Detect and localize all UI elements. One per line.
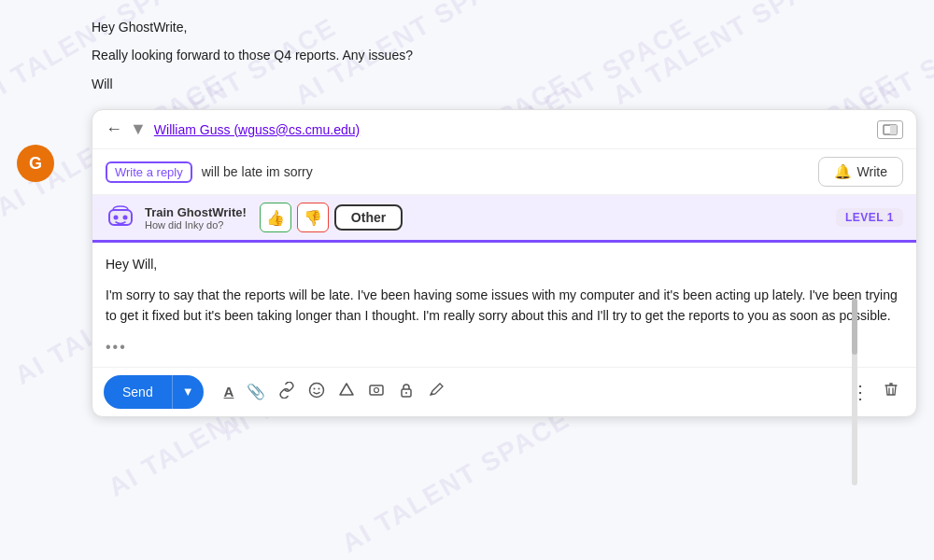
compose-body-row: Write a reply will be late im sorry 🔔 Wr… <box>92 149 916 195</box>
link-icon <box>278 382 295 402</box>
lock-button[interactable] <box>392 376 420 408</box>
photo-button[interactable] <box>362 376 390 408</box>
write-button[interactable]: 🔔 Write <box>818 157 903 187</box>
back-button[interactable]: ← <box>106 119 122 139</box>
attach-button[interactable]: 📎 <box>241 377 271 406</box>
email-thread: Hey GhostWrite, Really looking forward t… <box>0 0 934 417</box>
to-address: William Guss (wguss@cs.cmu.edu) <box>154 122 870 137</box>
svg-rect-1 <box>890 125 897 134</box>
avatar: G <box>17 145 54 182</box>
svg-point-5 <box>310 383 324 397</box>
original-email: Hey GhostWrite, Really looking forward t… <box>17 17 917 94</box>
emoji-icon <box>308 382 325 402</box>
train-title: Train GhostWrite! <box>145 205 247 219</box>
train-label-group: Train GhostWrite! How did Inky do? <box>145 205 247 231</box>
scrollbar-thumb[interactable] <box>852 299 857 355</box>
reply-label: Write a reply <box>106 161 192 183</box>
body-paragraph: I'm sorry to say that the reports will b… <box>106 285 903 327</box>
expand-svg <box>883 124 898 135</box>
svg-point-7 <box>318 387 320 389</box>
other-button[interactable]: Other <box>334 204 403 231</box>
lock-icon <box>398 382 415 402</box>
email-line3: Will <box>92 74 917 94</box>
svg-point-4 <box>123 216 128 220</box>
compose-toolbar: Send ▼ A 📎 <box>92 367 916 416</box>
thumbs-up-button[interactable]: 👍 <box>260 203 291 232</box>
drive-icon <box>338 382 355 402</box>
compose-content: Hey Will, I'm sorry to say that the repo… <box>92 243 916 367</box>
write-button-label: Write <box>857 164 887 179</box>
emoji-button[interactable] <box>303 376 331 408</box>
dropdown-arrow[interactable]: ▼ <box>130 119 147 139</box>
body-greeting: Hey Will, <box>106 254 903 274</box>
drive-button[interactable] <box>333 376 361 408</box>
level-badge: LEVEL 1 <box>836 208 903 227</box>
scrollbar[interactable] <box>852 299 857 485</box>
email-line2: Really looking forward to those Q4 repor… <box>92 45 917 65</box>
more-options-button[interactable]: ⋮ <box>845 377 875 407</box>
send-button[interactable]: Send <box>104 375 172 409</box>
train-subtitle: How did Inky do? <box>145 219 247 231</box>
delete-button[interactable] <box>877 377 905 406</box>
pen-icon <box>428 382 445 402</box>
ellipsis: ••• <box>106 335 903 359</box>
svg-rect-2 <box>109 210 132 225</box>
train-ghostwrite-icon <box>106 203 135 232</box>
thumbs-down-button[interactable]: 👎 <box>297 203 329 232</box>
train-ghostwrite-bar: Train GhostWrite! How did Inky do? 👍 👎 O… <box>92 195 916 243</box>
svg-point-9 <box>375 387 379 392</box>
link-button[interactable] <box>273 376 301 408</box>
svg-point-11 <box>405 392 407 394</box>
font-format-button[interactable]: A <box>219 378 240 405</box>
email-line1: Hey GhostWrite, <box>92 17 917 37</box>
compose-header: ← ▼ William Guss (wguss@cs.cmu.edu) <box>92 110 916 149</box>
expand-icon[interactable] <box>877 120 903 139</box>
train-actions: 👍 👎 Other <box>260 203 403 232</box>
reply-text: will be late im sorry <box>202 164 809 179</box>
compose-card: ← ▼ William Guss (wguss@cs.cmu.edu) Writ… <box>92 109 917 417</box>
pen-button[interactable] <box>422 376 450 408</box>
photo-icon <box>368 382 385 402</box>
svg-point-6 <box>314 387 316 389</box>
bell-icon: 🔔 <box>834 163 852 180</box>
svg-rect-8 <box>370 385 383 395</box>
svg-point-3 <box>114 216 119 220</box>
font-icon: A <box>224 384 234 399</box>
attach-icon: 📎 <box>247 383 265 400</box>
send-dropdown-button[interactable]: ▼ <box>172 375 204 409</box>
trash-icon <box>883 381 899 398</box>
send-button-group: Send ▼ <box>104 375 204 409</box>
